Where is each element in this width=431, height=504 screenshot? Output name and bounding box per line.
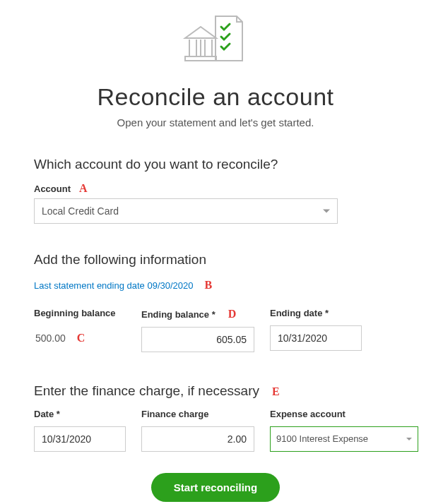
annotation-c: C <box>77 332 85 344</box>
account-question: Which account do you want to reconcile? <box>34 157 397 172</box>
finance-heading: Enter the finance charge, if necessary <box>34 383 259 399</box>
ending-date-label: Ending date * <box>270 308 362 318</box>
chevron-down-icon <box>406 438 412 440</box>
svg-rect-0 <box>185 56 216 61</box>
beginning-balance-value: 500.00 <box>35 332 66 344</box>
expense-account-select[interactable]: 9100 Interest Expense <box>270 426 418 452</box>
last-statement-link[interactable]: Last statement ending date 09/30/2020 <box>34 280 194 291</box>
ending-balance-input[interactable] <box>141 327 254 352</box>
account-select[interactable]: Local Credit Card <box>34 198 338 224</box>
start-reconciling-button[interactable]: Start reconciling <box>151 473 280 502</box>
finance-charge-label: Finance charge <box>141 409 254 419</box>
info-heading: Add the following information <box>34 252 397 268</box>
annotation-b: B <box>205 279 213 292</box>
page-subtitle: Open your statement and let's get starte… <box>34 116 397 128</box>
beginning-balance-label: Beginning balance <box>34 308 126 318</box>
reconcile-icon <box>177 14 254 71</box>
hero: Reconcile an account Open your statement… <box>34 14 397 128</box>
finance-date-input[interactable] <box>34 426 126 452</box>
finance-charge-input[interactable] <box>141 426 254 452</box>
annotation-d: D <box>228 308 237 320</box>
annotation-e: E <box>272 385 280 398</box>
expense-account-value: 9100 Interest Expense <box>276 433 368 444</box>
annotation-a: A <box>79 182 88 195</box>
expense-account-label: Expense account <box>270 409 418 419</box>
finance-date-label: Date * <box>34 409 126 419</box>
account-select-value: Local Credit Card <box>42 205 119 217</box>
ending-balance-label: Ending balance * <box>141 309 216 320</box>
ending-date-input[interactable] <box>270 325 362 351</box>
page-title: Reconcile an account <box>34 83 397 111</box>
account-label: Account <box>34 184 71 194</box>
chevron-down-icon <box>323 210 330 213</box>
